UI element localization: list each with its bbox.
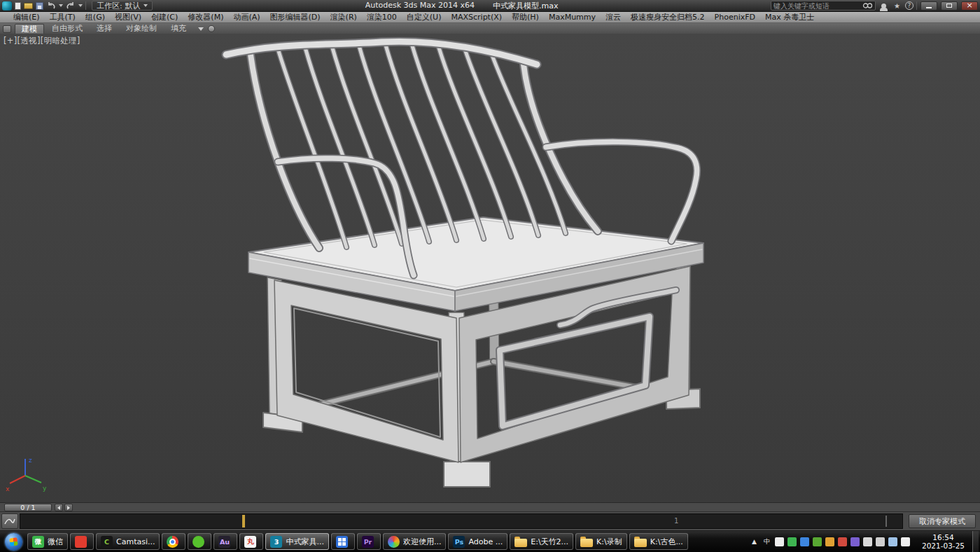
menu-maxmummy[interactable]: MaxMummy — [544, 12, 601, 23]
workspace-selector[interactable]: 工作区: 默认 — [92, 1, 153, 11]
menu-views[interactable]: 视图(V) — [110, 12, 146, 23]
undo-icon[interactable] — [46, 1, 56, 10]
track-bar[interactable]: 1 — [20, 513, 903, 529]
tray-gpu-icon[interactable] — [850, 537, 860, 546]
menu-help[interactable]: 帮助(H) — [507, 12, 544, 23]
next-frame-button[interactable] — [64, 504, 73, 511]
taskbar-app-green[interactable] — [188, 533, 211, 550]
menu-group[interactable]: 组(G) — [80, 12, 110, 23]
chevron-down-icon — [144, 4, 148, 7]
undo-dropdown-icon[interactable] — [59, 4, 63, 7]
taskbar-app-audition[interactable]: Au — [214, 533, 237, 550]
taskbar-app-chrome[interactable] — [162, 533, 186, 550]
viewport-pov-menu[interactable]: [透视] — [18, 36, 41, 46]
help-icon[interactable]: ? — [905, 1, 913, 10]
tray-qq-icon[interactable] — [775, 537, 784, 546]
taskbar-folder-k2[interactable]: K:\古色... — [629, 533, 688, 550]
show-desktop-button[interactable] — [972, 531, 979, 552]
tray-usb-icon[interactable] — [888, 537, 897, 546]
curve-icon — [4, 517, 15, 525]
taskbar-app-wan[interactable]: 丸 — [239, 533, 263, 550]
tray-netdisk-icon[interactable] — [800, 537, 809, 546]
time-slider-thumb[interactable]: 0 / 1 — [4, 504, 52, 511]
3dsmax-logo-icon[interactable] — [2, 1, 12, 11]
menu-xuanyun[interactable]: 渲云 — [601, 12, 626, 23]
ribbon-tab-object-paint[interactable]: 对象绘制 — [120, 24, 163, 34]
taskbar-app-red[interactable] — [70, 533, 94, 550]
tray-wechat-icon[interactable] — [788, 537, 797, 546]
tray-volume-icon[interactable] — [863, 537, 872, 546]
menu-bar: 编辑(E) 工具(T) 组(G) 视图(V) 创建(C) 修改器(M) 动画(A… — [0, 12, 980, 23]
taskbar-app-welcome[interactable]: 欢迎使用... — [383, 533, 447, 550]
taskbar-app-photoshop[interactable]: Ps Adobe ... — [448, 533, 507, 550]
photoshop-icon: Ps — [453, 536, 465, 548]
tray-action-center-icon[interactable] — [901, 537, 910, 546]
maximize-button[interactable] — [941, 1, 958, 11]
folder-icon — [514, 539, 527, 547]
minimize-button[interactable] — [920, 1, 937, 11]
taskbar-app-camtasia[interactable]: C Camtasi... — [96, 533, 160, 550]
taskbar-app-label: K:\录制 — [596, 537, 622, 547]
camtasia-icon: C — [101, 536, 113, 548]
viewport-shading-menu[interactable]: [明暗处理] — [41, 36, 80, 46]
tray-download-icon[interactable] — [825, 537, 834, 546]
workspace-label: 工作区: 默认 — [97, 1, 140, 11]
ribbon-tab-selection[interactable]: 选择 — [90, 24, 118, 34]
tray-music-icon[interactable] — [838, 537, 847, 546]
ribbon-minimize-caret-icon[interactable] — [198, 27, 204, 31]
menu-maxscript[interactable]: MAXScript(X) — [446, 12, 507, 23]
window-title: Autodesk 3ds Max 2014 x64 中式家具模型.max — [155, 1, 768, 11]
ribbon-tab-modeling[interactable]: 建模 — [15, 24, 44, 34]
tray-hidden-icons[interactable]: ▲ — [750, 537, 759, 546]
close-button[interactable]: × — [961, 1, 978, 11]
menu-tools[interactable]: 工具(T) — [45, 12, 80, 23]
menu-modifiers[interactable]: 修改器(M) — [183, 12, 228, 23]
signin-icon[interactable] — [878, 1, 889, 11]
menu-render100[interactable]: 渲染100 — [362, 12, 402, 23]
taskbar-folder-e[interactable]: E:\天竹2... — [510, 533, 573, 550]
taskbar-app-wechat[interactable]: 微 微信 — [27, 533, 68, 550]
chair-3d-model[interactable] — [0, 34, 980, 502]
menu-phoenixfd[interactable]: PhoenixFD — [710, 12, 760, 23]
taskbar-folder-k1[interactable]: K:\录制 — [575, 533, 627, 550]
menu-slim-archive[interactable]: 极速瘦身安全归档5.2 — [626, 12, 710, 23]
infocenter-search — [771, 1, 876, 11]
viewport-general-menu[interactable]: [+] — [4, 36, 18, 46]
taskbar-app-3dsmax[interactable]: 3 中式家具... — [265, 533, 329, 550]
taskbar-clock[interactable]: 16:54 2021-03-25 — [916, 533, 970, 551]
tray-network-icon[interactable] — [876, 537, 885, 546]
favorites-star-icon[interactable]: ★ — [892, 1, 902, 11]
new-file-icon[interactable] — [15, 2, 21, 10]
tray-security-icon[interactable] — [813, 537, 822, 546]
cancel-expert-mode-button[interactable]: 取消专家模式 — [909, 514, 976, 528]
ribbon-tab-freeform[interactable]: 自由形式 — [46, 24, 89, 34]
previous-frame-button[interactable] — [55, 504, 63, 511]
start-button[interactable] — [1, 531, 25, 552]
ribbon-tab-populate[interactable]: 填充 — [164, 24, 192, 34]
ribbon-config-icon[interactable] — [3, 25, 11, 33]
save-file-icon[interactable] — [36, 2, 43, 10]
menu-graph-editors[interactable]: 图形编辑器(D) — [265, 12, 326, 23]
3dsmax-icon: 3 — [270, 536, 282, 548]
clock-date: 2021-03-25 — [922, 541, 965, 551]
perspective-viewport[interactable]: [+][透视][明暗处理] — [0, 34, 980, 502]
mini-curve-editor-button[interactable] — [1, 513, 18, 529]
desktop: 工作区: 默认 Autodesk 3ds Max 2014 x64 中式家具模型… — [0, 0, 980, 552]
menu-create[interactable]: 创建(C) — [146, 12, 183, 23]
tray-ime-chinese[interactable]: 中 — [762, 537, 771, 546]
redo-icon[interactable] — [66, 1, 76, 10]
binoculars-icon[interactable] — [862, 2, 873, 9]
taskbar-app-premiere[interactable]: Pr — [357, 533, 381, 550]
ribbon-cycle-button[interactable] — [208, 25, 215, 32]
taskbar-app-tiles[interactable] — [331, 533, 355, 550]
menu-max-antivirus[interactable]: Max 杀毒卫士 — [760, 12, 819, 23]
redo-dropdown-icon[interactable] — [78, 4, 83, 7]
time-slider-track[interactable]: 0 / 1 — [0, 502, 980, 512]
track-key-tick[interactable] — [242, 515, 245, 527]
menu-rendering[interactable]: 渲染(R) — [326, 12, 362, 23]
open-file-icon[interactable] — [24, 3, 33, 9]
menu-animation[interactable]: 动画(A) — [228, 12, 265, 23]
menu-customize[interactable]: 自定义(U) — [402, 12, 447, 23]
search-input[interactable] — [774, 2, 862, 10]
menu-edit[interactable]: 编辑(E) — [8, 12, 45, 23]
